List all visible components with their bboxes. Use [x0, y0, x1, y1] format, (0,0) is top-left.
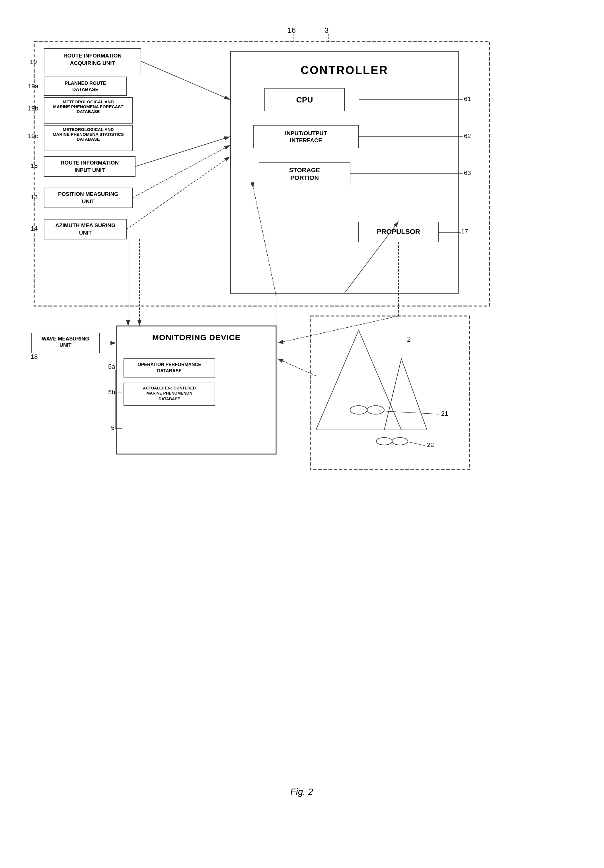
- svg-point-96: [376, 437, 392, 445]
- svg-text:STORAGE: STORAGE: [289, 167, 320, 174]
- svg-text:POSITION  MEASURING: POSITION MEASURING: [58, 191, 118, 197]
- svg-rect-2: [34, 41, 489, 306]
- svg-rect-66: [117, 326, 276, 454]
- svg-text:2: 2: [407, 335, 411, 343]
- svg-rect-10: [259, 162, 350, 185]
- svg-rect-5: [265, 88, 344, 111]
- svg-text:19b: 19b: [28, 105, 39, 112]
- svg-text:63: 63: [464, 169, 471, 177]
- svg-text:5: 5: [111, 424, 115, 431]
- svg-point-95: [367, 406, 384, 414]
- svg-marker-92: [316, 330, 401, 430]
- svg-line-90: [277, 359, 316, 376]
- svg-text:PORTION: PORTION: [290, 174, 319, 181]
- svg-text:DATABASE: DATABASE: [158, 397, 180, 401]
- svg-text:PROPULSOR: PROPULSOR: [377, 228, 420, 236]
- svg-text:DATABASE: DATABASE: [77, 109, 100, 114]
- svg-text:14: 14: [31, 225, 37, 232]
- svg-text:MARINE PHENOMENA STATISTICS: MARINE PHENOMENA STATISTICS: [53, 132, 124, 136]
- svg-rect-3: [231, 51, 458, 293]
- svg-text:METEOROLOGICAL AND: METEOROLOGICAL AND: [63, 99, 113, 104]
- svg-text:18: 18: [31, 353, 37, 360]
- svg-rect-36: [359, 222, 438, 242]
- svg-text:MARINE PHENOMENA FORECAST: MARINE PHENOMENA FORECAST: [53, 104, 124, 109]
- svg-text:ACQUIRING UNIT: ACQUIRING UNIT: [70, 60, 115, 66]
- svg-rect-7: [253, 125, 359, 148]
- svg-text:62: 62: [464, 132, 471, 140]
- svg-line-102: [408, 442, 425, 445]
- svg-text:INPUT/OUTPUT: INPUT/OUTPUT: [285, 130, 327, 136]
- svg-text:INPUT UNIT: INPUT UNIT: [74, 167, 105, 173]
- svg-text:ROUTE INFORMATION: ROUTE INFORMATION: [60, 160, 119, 166]
- svg-text:61: 61: [464, 95, 471, 102]
- svg-text:DATABASE: DATABASE: [157, 368, 182, 373]
- svg-rect-16: [44, 77, 127, 95]
- svg-point-94: [350, 406, 367, 414]
- svg-text:UNIT: UNIT: [79, 230, 92, 236]
- svg-text:21: 21: [441, 410, 448, 417]
- svg-text:13: 13: [31, 194, 37, 201]
- svg-rect-82: [31, 333, 100, 353]
- svg-line-39: [135, 136, 230, 167]
- svg-text:19: 19: [30, 58, 37, 65]
- svg-text:5a: 5a: [108, 363, 115, 370]
- svg-marker-93: [384, 359, 427, 430]
- svg-rect-33: [44, 219, 127, 239]
- svg-text:OPERATION PERFORMANCE: OPERATION PERFORMANCE: [138, 362, 201, 367]
- svg-text:UNIT: UNIT: [59, 342, 71, 348]
- svg-text:CONTROLLER: CONTROLLER: [300, 64, 388, 76]
- svg-rect-30: [44, 188, 132, 208]
- svg-text:22: 22: [427, 441, 434, 448]
- svg-line-89: [277, 316, 398, 343]
- svg-text:WAVE MEASURING: WAVE MEASURING: [42, 336, 89, 342]
- svg-rect-19: [44, 98, 132, 123]
- svg-rect-71: [124, 383, 215, 406]
- svg-rect-27: [44, 157, 135, 177]
- svg-rect-68: [124, 359, 215, 377]
- svg-text:MONITORING DEVICE: MONITORING DEVICE: [152, 333, 241, 342]
- svg-text:DATABASE: DATABASE: [72, 87, 99, 92]
- svg-text:METEOROLOGICAL AND: METEOROLOGICAL AND: [63, 127, 113, 132]
- svg-text:15: 15: [31, 162, 37, 169]
- svg-text:17: 17: [461, 228, 468, 235]
- svg-line-40: [132, 145, 230, 198]
- svg-rect-23: [44, 125, 132, 151]
- svg-rect-91: [310, 316, 470, 470]
- svg-text:19a: 19a: [28, 82, 39, 90]
- svg-text:16: 16: [288, 26, 296, 34]
- svg-text:PLANNED ROUTE: PLANNED ROUTE: [65, 81, 106, 86]
- svg-text:3: 3: [324, 26, 328, 34]
- svg-text:ACTUALLY ENCOUNTERED: ACTUALLY ENCOUNTERED: [143, 386, 196, 390]
- svg-line-100: [379, 411, 439, 414]
- svg-text:MARINE PHENOMENON: MARINE PHENOMENON: [146, 391, 192, 395]
- svg-text:5b: 5b: [108, 389, 115, 396]
- figure-label: Fig. 2: [290, 787, 313, 797]
- svg-text:INTERFACE: INTERFACE: [290, 137, 322, 144]
- svg-text:UNIT: UNIT: [82, 198, 95, 205]
- svg-line-42: [344, 222, 398, 293]
- svg-line-104: [253, 188, 276, 296]
- svg-line-41: [127, 157, 230, 229]
- svg-text:ROUTE INFORMATION: ROUTE INFORMATION: [63, 53, 122, 59]
- svg-line-38: [141, 61, 230, 100]
- svg-text:19c: 19c: [28, 132, 38, 140]
- svg-point-97: [392, 437, 408, 445]
- svg-text:DATABASE: DATABASE: [77, 136, 100, 141]
- svg-text:CPU: CPU: [296, 95, 313, 104]
- svg-text:AZIMUTH MEA SURING: AZIMUTH MEA SURING: [55, 222, 115, 228]
- svg-rect-13: [44, 48, 141, 74]
